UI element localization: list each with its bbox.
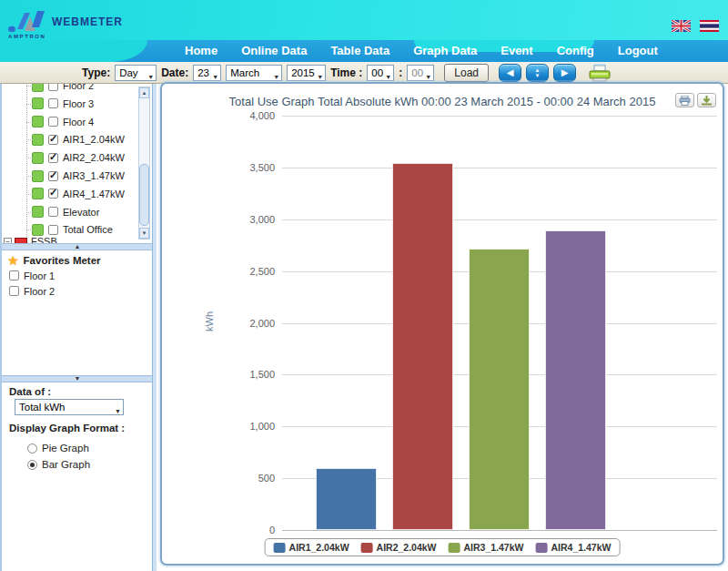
time-separator: :	[399, 66, 402, 79]
nav-item-table-data[interactable]: Table Data	[318, 40, 401, 62]
legend-item-air1-2-04kw[interactable]: AIR1_2.04kW	[274, 542, 349, 553]
meter-icon	[32, 170, 44, 182]
main-navigation: Home Online Data Table Data Graph Data E…	[173, 40, 670, 62]
tree-splitter[interactable]: ▲	[2, 243, 153, 250]
checkbox[interactable]	[48, 117, 58, 127]
nav-item-config[interactable]: Config	[545, 40, 606, 62]
tree-item-air3-1-47kw[interactable]: AIR3_1.47kW	[2, 167, 138, 185]
toolbar: Type: Day Date: 23 March 2015 Time : 00 …	[0, 62, 728, 84]
legend-item-air2-2-04kw[interactable]: AIR2_2.04kW	[361, 542, 437, 553]
scroll-down-icon[interactable]: ▼	[139, 228, 149, 239]
time-minute-select[interactable]: 00	[407, 65, 434, 81]
checkbox[interactable]	[48, 135, 58, 145]
tree-root-label: FSSB	[31, 236, 57, 243]
printer-icon[interactable]	[588, 64, 612, 82]
format-label: Display Graph Format :	[9, 423, 125, 433]
y-tick-label: 2,500	[224, 266, 275, 277]
checkbox[interactable]	[48, 84, 58, 91]
nav-item-event[interactable]: Event	[489, 40, 544, 62]
nav-item-logout[interactable]: Logout	[606, 40, 670, 62]
meter-icon	[32, 84, 44, 92]
scroll-up-icon[interactable]: ▲	[139, 87, 149, 98]
chart-legend: AIR1_2.04kWAIR2_2.04kWAIR3_1.47kWAIR4_1.…	[265, 538, 621, 556]
meter-icon	[32, 97, 44, 109]
tree-root-node[interactable]: − FSSB	[4, 232, 57, 243]
y-tick-label: 3,000	[224, 214, 275, 225]
meter-tree: Floor 2Floor 3Floor 4AIR1_2.04kWAIR2_2.0…	[2, 84, 153, 243]
tree-item-elevator[interactable]: Elevator	[2, 203, 138, 221]
tree-item-air2-2-04kw[interactable]: AIR2_2.04kW	[2, 148, 138, 167]
checkbox[interactable]	[9, 286, 19, 296]
panel-splitter[interactable]: ▼	[2, 375, 153, 382]
data-of-select[interactable]: Total kWh	[15, 399, 124, 415]
pie-graph-radio[interactable]: Pie Graph	[27, 443, 89, 454]
y-tick-label: 500	[224, 473, 275, 484]
legend-swatch	[361, 543, 373, 553]
amptron-logo	[7, 5, 53, 34]
print-chart-icon[interactable]	[675, 93, 694, 107]
legend-swatch	[274, 543, 286, 553]
checkbox[interactable]	[48, 171, 58, 181]
radio-icon	[27, 444, 37, 454]
tree-scrollbar[interactable]: ▲ ▼	[138, 87, 150, 240]
nav-item-graph-data[interactable]: Graph Data	[401, 40, 489, 62]
legend-swatch	[535, 543, 547, 553]
favorites-panel: ★ Favorites Meter Floor 1Floor 2	[2, 250, 153, 375]
nav-item-online-data[interactable]: Online Data	[229, 40, 318, 62]
load-button[interactable]: Load	[444, 64, 489, 82]
favorites-title: Favorites Meter	[24, 255, 101, 266]
checkbox[interactable]	[48, 98, 58, 108]
tree-item-floor-3[interactable]: Floor 3	[2, 95, 138, 113]
checkbox[interactable]	[9, 270, 19, 280]
tree-item-air4-1-47kw[interactable]: AIR4_1.47kW	[2, 185, 138, 203]
gridline	[282, 530, 717, 531]
favorite-item-floor-1[interactable]: Floor 1	[2, 268, 153, 283]
plot-area: kWh 05001,0001,5002,0002,5003,0003,5004,…	[282, 116, 717, 530]
tree-item-floor-2[interactable]: Floor 2	[2, 84, 138, 95]
y-tick-label: 1,500	[224, 369, 275, 380]
radio-icon	[27, 460, 37, 470]
y-tick-label: 4,000	[224, 110, 275, 121]
prev-day-button[interactable]: ◀	[499, 64, 521, 82]
flag-thailand-icon[interactable]	[700, 20, 719, 32]
time-label: Time :	[330, 66, 362, 79]
meter-icon	[32, 134, 44, 146]
navbar: Home Online Data Table Data Graph Data E…	[0, 40, 728, 62]
favorite-item-floor-2[interactable]: Floor 2	[2, 283, 153, 299]
flag-uk-icon[interactable]	[672, 20, 691, 32]
gridline	[282, 116, 717, 117]
legend-item-air3-1-47kw[interactable]: AIR3_1.47kW	[449, 542, 524, 553]
checkbox[interactable]	[48, 189, 58, 199]
y-axis-label: kWh	[204, 294, 215, 349]
type-select[interactable]: Day	[115, 65, 157, 81]
checkbox[interactable]	[48, 207, 58, 217]
export-chart-icon[interactable]	[697, 93, 716, 107]
data-of-label: Data of :	[9, 386, 51, 397]
legend-item-air4-1-47kw[interactable]: AIR4_1.47kW	[535, 542, 611, 553]
bar-air1-2-04kw	[316, 468, 377, 530]
date-day-select[interactable]: 23	[193, 65, 221, 81]
y-tick-label: 0	[224, 525, 275, 535]
header: AMPTRON WEBMETER	[0, 0, 728, 40]
graph-options-panel: Data of : Total kWh Display Graph Format…	[2, 382, 153, 571]
bar-graph-radio[interactable]: Bar Graph	[27, 459, 90, 470]
checkbox[interactable]	[48, 153, 58, 163]
sidebar: Floor 2Floor 3Floor 4AIR1_2.04kWAIR2_2.0…	[0, 84, 157, 571]
time-hour-select[interactable]: 00	[367, 65, 394, 81]
meter-icon	[32, 152, 44, 164]
tree-item-air1-2-04kw[interactable]: AIR1_2.04kW	[2, 130, 138, 148]
date-label: Date:	[161, 66, 188, 79]
day-stepper-button[interactable]: ▲ ▼	[526, 64, 549, 82]
y-tick-label: 1,000	[224, 421, 275, 432]
bar-air4-1-47kw	[545, 230, 606, 530]
tree-item-floor-4[interactable]: Floor 4	[2, 113, 138, 131]
date-month-select[interactable]: March	[226, 65, 282, 81]
y-tick-label: 3,500	[224, 162, 275, 173]
stepper-down-icon: ▼	[535, 73, 541, 78]
next-day-button[interactable]: ▶	[553, 64, 576, 82]
date-year-select[interactable]: 2015	[287, 65, 326, 81]
meter-icon	[32, 206, 44, 218]
scrollbar-thumb[interactable]	[139, 164, 149, 226]
chart-title: Total Use Graph Total Absolute kWh 00:00…	[162, 95, 723, 108]
nav-item-home[interactable]: Home	[173, 40, 229, 62]
